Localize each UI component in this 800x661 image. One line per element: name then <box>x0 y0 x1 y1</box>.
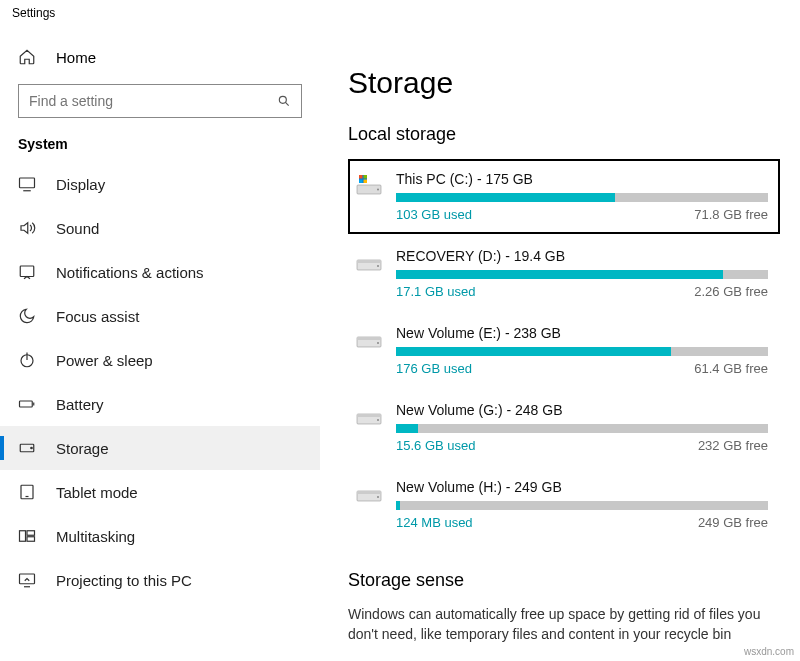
section-label: System <box>0 136 320 162</box>
sidebar-item-notifications[interactable]: Notifications & actions <box>0 250 320 294</box>
drive-used-label: 103 GB used <box>396 207 472 222</box>
display-icon <box>18 175 36 193</box>
power-icon <box>18 351 36 369</box>
svg-rect-7 <box>20 401 33 407</box>
sidebar-item-projecting[interactable]: Projecting to this PC <box>0 558 320 602</box>
drive-icon <box>356 173 382 197</box>
drive-title: New Volume (H:) - 249 GB <box>396 479 768 495</box>
svg-rect-31 <box>357 414 381 417</box>
svg-rect-21 <box>359 180 363 184</box>
sidebar-item-label: Notifications & actions <box>56 264 204 281</box>
focus-assist-icon <box>18 307 36 325</box>
home-button[interactable]: Home <box>0 40 320 84</box>
drive-free-label: 71.8 GB free <box>694 207 768 222</box>
drive-used-label: 176 GB used <box>396 361 472 376</box>
sidebar-item-label: Projecting to this PC <box>56 572 192 589</box>
sidebar-item-sound[interactable]: Sound <box>0 206 320 250</box>
drive-item[interactable]: New Volume (G:) - 248 GB15.6 GB used232 … <box>348 390 780 465</box>
multitasking-icon <box>18 527 36 545</box>
svg-rect-2 <box>20 178 35 188</box>
drive-usage-bar <box>396 347 768 356</box>
page-title: Storage <box>348 66 780 100</box>
local-storage-heading: Local storage <box>348 124 780 145</box>
sidebar-item-label: Battery <box>56 396 104 413</box>
drive-usage-bar <box>396 270 768 279</box>
sidebar-item-tablet-mode[interactable]: Tablet mode <box>0 470 320 514</box>
sidebar-item-battery[interactable]: Battery <box>0 382 320 426</box>
svg-rect-15 <box>27 537 35 542</box>
svg-rect-4 <box>20 266 34 277</box>
drive-icon <box>356 250 382 274</box>
svg-rect-13 <box>20 531 26 542</box>
drive-item[interactable]: New Volume (H:) - 249 GB124 MB used249 G… <box>348 467 780 542</box>
svg-point-26 <box>377 265 379 267</box>
sidebar-item-label: Storage <box>56 440 109 457</box>
home-label: Home <box>56 49 96 66</box>
svg-point-29 <box>377 342 379 344</box>
drive-item[interactable]: New Volume (E:) - 238 GB176 GB used61.4 … <box>348 313 780 388</box>
drive-item[interactable]: This PC (C:) - 175 GB103 GB used71.8 GB … <box>348 159 780 234</box>
home-icon <box>18 48 36 66</box>
svg-rect-14 <box>27 531 35 536</box>
projecting-icon <box>18 571 36 589</box>
drive-icon <box>356 327 382 351</box>
storage-icon <box>18 439 36 457</box>
sidebar-item-label: Power & sleep <box>56 352 153 369</box>
storage-sense-description: Windows can automatically free up space … <box>348 605 780 644</box>
drive-free-label: 232 GB free <box>698 438 768 453</box>
svg-rect-34 <box>357 491 381 494</box>
drive-used-label: 17.1 GB used <box>396 284 476 299</box>
drive-usage-bar <box>396 501 768 510</box>
search-icon <box>277 94 291 108</box>
sidebar-item-multitasking[interactable]: Multitasking <box>0 514 320 558</box>
sidebar-item-focus-assist[interactable]: Focus assist <box>0 294 320 338</box>
battery-icon <box>18 395 36 413</box>
svg-point-10 <box>31 447 33 449</box>
drive-icon <box>356 481 382 505</box>
window-title: Settings <box>0 0 800 26</box>
drive-free-label: 61.4 GB free <box>694 361 768 376</box>
drive-usage-bar <box>396 424 768 433</box>
main-content: Storage Local storage This PC (C:) - 175… <box>320 26 800 661</box>
watermark: wsxdn.com <box>744 646 794 657</box>
svg-rect-28 <box>357 337 381 340</box>
drive-usage-bar <box>396 193 768 202</box>
search-input[interactable] <box>19 93 277 109</box>
sidebar-item-label: Display <box>56 176 105 193</box>
drive-title: New Volume (G:) - 248 GB <box>396 402 768 418</box>
sidebar: Home System Display Sound Notifications … <box>0 26 320 661</box>
sound-icon <box>18 219 36 237</box>
tablet-icon <box>18 483 36 501</box>
svg-rect-22 <box>364 180 368 184</box>
svg-rect-19 <box>359 175 363 179</box>
notifications-icon <box>18 263 36 281</box>
drive-used-label: 124 MB used <box>396 515 473 530</box>
svg-point-35 <box>377 496 379 498</box>
drive-title: RECOVERY (D:) - 19.4 GB <box>396 248 768 264</box>
storage-sense-section: Storage sense Windows can automatically … <box>348 570 780 644</box>
drive-item[interactable]: RECOVERY (D:) - 19.4 GB17.1 GB used2.26 … <box>348 236 780 311</box>
drive-free-label: 249 GB free <box>698 515 768 530</box>
sidebar-item-display[interactable]: Display <box>0 162 320 206</box>
svg-rect-25 <box>357 260 381 263</box>
sidebar-item-label: Tablet mode <box>56 484 138 501</box>
sidebar-item-label: Sound <box>56 220 99 237</box>
sidebar-item-storage[interactable]: Storage <box>0 426 320 470</box>
sidebar-item-label: Multitasking <box>56 528 135 545</box>
svg-point-23 <box>377 189 379 191</box>
svg-line-1 <box>285 102 288 105</box>
svg-point-0 <box>279 96 286 103</box>
drive-used-label: 15.6 GB used <box>396 438 476 453</box>
sidebar-item-label: Focus assist <box>56 308 139 325</box>
drive-free-label: 2.26 GB free <box>694 284 768 299</box>
search-box[interactable] <box>18 84 302 118</box>
storage-sense-title: Storage sense <box>348 570 780 591</box>
drive-title: This PC (C:) - 175 GB <box>396 171 768 187</box>
drive-title: New Volume (E:) - 238 GB <box>396 325 768 341</box>
sidebar-item-power-sleep[interactable]: Power & sleep <box>0 338 320 382</box>
drive-icon <box>356 404 382 428</box>
svg-rect-20 <box>364 175 368 179</box>
svg-point-32 <box>377 419 379 421</box>
